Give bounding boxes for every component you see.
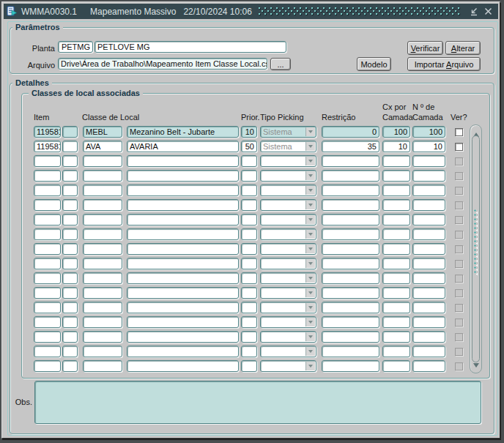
tipo-picking-select[interactable] bbox=[260, 228, 316, 240]
classe-desc-field[interactable] bbox=[127, 214, 239, 226]
importar-arquivo-button[interactable]: Importar Arquivo bbox=[407, 57, 481, 71]
cx-por-camada-field[interactable] bbox=[382, 155, 410, 167]
n-camada-field[interactable] bbox=[412, 287, 445, 299]
restricao-field[interactable] bbox=[322, 287, 379, 299]
item-sub-field[interactable] bbox=[62, 302, 78, 313]
tipo-picking-select[interactable] bbox=[260, 170, 316, 182]
restricao-field[interactable] bbox=[322, 258, 379, 269]
classe-desc-field[interactable] bbox=[127, 243, 239, 255]
cx-por-camada-field[interactable] bbox=[382, 346, 410, 357]
chevron-down-icon[interactable] bbox=[305, 259, 315, 268]
tipo-picking-select[interactable] bbox=[260, 272, 316, 284]
verificar-button[interactable]: Verificar bbox=[407, 41, 443, 55]
restricao-field[interactable] bbox=[322, 170, 379, 182]
n-camada-field[interactable] bbox=[412, 214, 445, 226]
n-camada-field[interactable] bbox=[412, 155, 445, 167]
tipo-picking-select[interactable]: Sistema bbox=[260, 126, 316, 138]
tipo-picking-select[interactable] bbox=[260, 302, 316, 313]
tipo-picking-select[interactable] bbox=[260, 360, 316, 372]
ver-checkbox[interactable] bbox=[455, 128, 463, 136]
alterar-button[interactable]: Alterar bbox=[445, 41, 481, 55]
chevron-down-icon[interactable] bbox=[305, 157, 315, 165]
restricao-field[interactable] bbox=[322, 272, 379, 284]
prior-field[interactable] bbox=[241, 287, 257, 299]
tipo-picking-select[interactable] bbox=[260, 243, 316, 255]
classe-desc-field[interactable] bbox=[127, 258, 239, 269]
chevron-down-icon[interactable] bbox=[305, 288, 315, 297]
classe-field[interactable] bbox=[83, 316, 122, 328]
n-camada-field[interactable] bbox=[412, 185, 445, 196]
classe-field[interactable] bbox=[83, 287, 122, 299]
prior-field[interactable] bbox=[241, 199, 257, 211]
item-sub-field[interactable] bbox=[62, 331, 78, 343]
restricao-field[interactable] bbox=[322, 214, 379, 226]
restricao-field[interactable] bbox=[322, 243, 379, 255]
restricao-field[interactable] bbox=[322, 316, 379, 328]
prior-field[interactable] bbox=[241, 155, 257, 167]
chevron-down-icon[interactable] bbox=[305, 362, 315, 371]
n-camada-field[interactable] bbox=[412, 346, 445, 357]
prior-field[interactable] bbox=[241, 346, 257, 357]
cx-por-camada-field[interactable] bbox=[382, 228, 410, 240]
table-scrollbar[interactable] bbox=[470, 124, 482, 373]
tipo-picking-select[interactable] bbox=[260, 346, 316, 357]
cx-por-camada-field[interactable] bbox=[382, 360, 410, 372]
prior-field[interactable] bbox=[241, 272, 257, 284]
restricao-field[interactable] bbox=[322, 228, 379, 240]
prior-field[interactable] bbox=[241, 228, 257, 240]
n-camada-field[interactable] bbox=[412, 228, 445, 240]
tipo-picking-select[interactable] bbox=[260, 214, 316, 226]
chevron-down-icon[interactable] bbox=[305, 171, 315, 180]
classe-field[interactable]: AVA bbox=[83, 141, 122, 152]
classe-field[interactable] bbox=[83, 170, 122, 182]
chevron-down-icon[interactable] bbox=[305, 127, 315, 136]
classe-field[interactable] bbox=[83, 360, 122, 372]
restricao-field[interactable] bbox=[322, 185, 379, 196]
chevron-down-icon[interactable] bbox=[305, 230, 315, 239]
prior-field[interactable] bbox=[241, 185, 257, 196]
chevron-down-icon[interactable] bbox=[305, 274, 315, 283]
prior-field[interactable] bbox=[241, 331, 257, 343]
planta-code-field[interactable]: PETMG bbox=[58, 41, 93, 53]
item-sub-field[interactable] bbox=[62, 272, 78, 284]
prior-field[interactable] bbox=[241, 316, 257, 328]
classe-field[interactable] bbox=[83, 214, 122, 226]
scroll-down-icon[interactable] bbox=[470, 361, 481, 371]
title-bar[interactable]: WMMA0030.1 Mapeamento Massivo 22/10/2024… bbox=[4, 4, 498, 19]
restricao-field[interactable] bbox=[322, 331, 379, 343]
item-sub-field[interactable] bbox=[62, 141, 78, 152]
item-sub-field[interactable] bbox=[62, 185, 78, 196]
classe-desc-field[interactable] bbox=[127, 302, 239, 313]
chevron-down-icon[interactable] bbox=[305, 303, 315, 312]
item-field[interactable] bbox=[34, 185, 61, 196]
classe-field[interactable] bbox=[83, 346, 122, 357]
cx-por-camada-field[interactable] bbox=[382, 199, 410, 211]
n-camada-field[interactable] bbox=[412, 316, 445, 328]
item-sub-field[interactable] bbox=[62, 155, 78, 167]
item-field[interactable] bbox=[34, 316, 61, 328]
item-sub-field[interactable] bbox=[62, 287, 78, 299]
item-sub-field[interactable] bbox=[62, 126, 78, 138]
cx-por-camada-field[interactable]: 10 bbox=[382, 141, 410, 152]
cx-por-camada-field[interactable] bbox=[382, 302, 410, 313]
chevron-down-icon[interactable] bbox=[305, 142, 315, 151]
n-camada-field[interactable] bbox=[412, 170, 445, 182]
classe-desc-field[interactable] bbox=[127, 316, 239, 328]
cx-por-camada-field[interactable]: 100 bbox=[382, 126, 410, 138]
tipo-picking-select[interactable] bbox=[260, 155, 316, 167]
tipo-picking-select[interactable]: Sistema bbox=[260, 141, 316, 152]
cx-por-camada-field[interactable] bbox=[382, 331, 410, 343]
item-sub-field[interactable] bbox=[62, 360, 78, 372]
item-field[interactable] bbox=[34, 258, 61, 269]
item-field[interactable] bbox=[34, 331, 61, 343]
restricao-field[interactable]: 0 bbox=[322, 126, 379, 138]
browse-file-button[interactable]: ... bbox=[270, 58, 291, 70]
arquivo-field[interactable]: Drive\Área de Trabalho\Mapeamento Item C… bbox=[58, 58, 267, 70]
n-camada-field[interactable] bbox=[412, 360, 445, 372]
planta-name-field[interactable]: PETLOVE MG bbox=[94, 41, 286, 53]
restricao-field[interactable] bbox=[322, 346, 379, 357]
classe-field[interactable] bbox=[83, 258, 122, 269]
prior-field[interactable]: 10 bbox=[241, 126, 257, 138]
n-camada-field[interactable]: 100 bbox=[412, 126, 445, 138]
classe-desc-field[interactable] bbox=[127, 287, 239, 299]
